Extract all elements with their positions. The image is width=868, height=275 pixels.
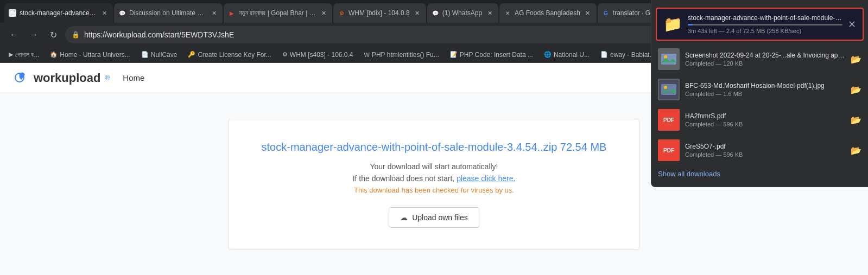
page-area: workupload ® Home stock-manager-advance-… — [0, 63, 868, 275]
cloud-upload-icon: ☁ — [400, 213, 408, 222]
tab-workupload-close[interactable]: ✕ — [100, 9, 109, 17]
bookmark-eway[interactable]: 📄 eway - Babiat... — [596, 50, 660, 60]
dl-ha2-name: HA2fnmrS.pdf — [685, 112, 845, 120]
logo-area: workupload ® — [13, 68, 110, 88]
dl-ha2-info: HA2fnmrS.pdf Completed — 596 KB — [685, 112, 845, 127]
forward-button[interactable]: → — [26, 27, 41, 42]
bookmark-nullcave[interactable]: 📄 NullCave — [137, 50, 182, 60]
tab-discussion-close[interactable]: ✕ — [210, 9, 218, 17]
tab-gopal-label: নতুন রান্নাঘর | Gopal Bhar | D... — [239, 9, 316, 17]
dl-item-screenshot[interactable]: Screenshot 2022-09-24 at 20-25-...ale & … — [651, 63, 868, 74]
tab-discussion-favicon: 💬 — [118, 9, 126, 17]
bookmark-home-uttara[interactable]: 🏠 Home - Uttara Univers... — [46, 50, 134, 60]
dl-item-ha2[interactable]: PDF HA2fnmrS.pdf Completed — 596 KB 📂 — [651, 105, 868, 135]
click-here-link[interactable]: please click here. — [457, 174, 515, 183]
dl-bfc-thumb — [658, 79, 680, 100]
tab-gopal[interactable]: ▶ নতুন রান্নাঘর | Gopal Bhar | D... ✕ — [224, 3, 332, 23]
tab-agfoods[interactable]: ✕ AG Foods Bangladesh ✕ — [499, 3, 597, 23]
svg-rect-3 — [661, 63, 676, 65]
virus-check-text: This download has been checked for virus… — [262, 186, 607, 194]
dl-gres-thumb: PDF — [658, 139, 680, 161]
dl-item-bfc[interactable]: BFC-653-Md.Mosharif Hosaion-Model-pdf(1)… — [651, 74, 868, 105]
tab-whm-label: WHM [bdix] - 104.0.8 — [349, 9, 410, 17]
bookmark-home-label: Home - Uttara Univers... — [60, 51, 130, 59]
bookmark-license-icon: 🔑 — [188, 51, 195, 58]
tab-agfoods-label: AG Foods Bangladesh — [515, 9, 580, 17]
download-card: stock-manager-advance-with-point-of-sale… — [229, 119, 640, 250]
tab-whatsapp-favicon: 💬 — [432, 9, 439, 17]
dl-screenshot-status: Completed — 120 KB — [685, 63, 845, 67]
bookmark-nullcave-icon: 📄 — [141, 51, 149, 58]
dl-item-gres[interactable]: PDF GreS5O7-.pdf Completed — 596 KB 📂 — [651, 135, 868, 165]
downloads-panel: 📁 stock-manager-advance-with-point-of-sa… — [651, 63, 868, 187]
show-all-downloads-link[interactable]: Show all downloads — [651, 165, 868, 182]
download-title: stock-manager-advance-with-point-of-sale… — [262, 141, 607, 154]
tab-workupload-favicon: 📄 — [9, 9, 16, 17]
nav-home[interactable]: Home — [123, 73, 144, 82]
dl-bfc-name: BFC-653-Md.Mosharif Hosaion-Model-pdf(1)… — [685, 82, 845, 89]
dl-bfc-info: BFC-653-Md.Mosharif Hosaion-Model-pdf(1)… — [685, 82, 845, 97]
dl-screenshot-info: Screenshot 2022-09-24 at 20-25-...ale & … — [685, 63, 845, 67]
logo-rocket-icon — [13, 68, 29, 88]
bookmark-home-icon: 🏠 — [50, 51, 58, 58]
tab-whatsapp-close[interactable]: ✕ — [485, 9, 494, 17]
tab-gopal-favicon: ▶ — [228, 9, 236, 17]
dl-gres-folder-btn[interactable]: 📂 — [851, 145, 861, 156]
dl-bfc-folder-btn[interactable]: 📂 — [851, 85, 861, 95]
dl-ha2-folder-btn[interactable]: 📂 — [851, 115, 861, 125]
dl-ha2-thumb: PDF — [658, 109, 680, 131]
bookmark-php-html-label: PHP htmlentities() Fu... — [372, 51, 439, 59]
bookmark-php-code-label: PHP Code: Insert Data ... — [460, 51, 533, 59]
tab-agfoods-favicon: ✕ — [504, 9, 511, 17]
tab-translator-favicon: G — [602, 9, 610, 17]
bookmark-php-code-icon: 📝 — [450, 51, 458, 58]
dl-gres-name: GreS5O7-.pdf — [685, 143, 845, 150]
dl-gres-info: GreS5O7-.pdf Completed — 596 KB — [685, 143, 845, 158]
bookmark-gopal-icon: ▶ — [9, 51, 13, 58]
tab-whatsapp[interactable]: 💬 (1) WhatsApp ✕ — [427, 3, 498, 23]
logo-sup: ® — [105, 74, 110, 82]
bookmark-national-label: National U... — [554, 51, 590, 59]
lock-icon: 🔒 — [72, 31, 80, 39]
tab-gopal-close[interactable]: ✕ — [319, 9, 328, 17]
logo-text: workupload — [34, 71, 100, 85]
bookmark-eway-icon: 📄 — [600, 51, 608, 58]
no-start-wrap: If the download does not start, please c… — [262, 174, 607, 183]
bookmark-gopal-label: গোপাল ব... — [15, 51, 39, 59]
bookmark-gopal[interactable]: ▶ গোপাল ব... — [4, 50, 43, 60]
tab-whm[interactable]: ⚙ WHM [bdix] - 104.0.8 ✕ — [333, 3, 426, 23]
dl-ha2-status: Completed — 596 KB — [685, 121, 845, 127]
bookmark-php-html-icon: W — [364, 52, 370, 58]
bookmark-whm-label: WHM [s403] - 106.0.4 — [290, 51, 353, 59]
svg-point-7 — [664, 86, 667, 89]
tab-agfoods-close[interactable]: ✕ — [584, 9, 592, 17]
bookmark-whm[interactable]: ⚙ WHM [s403] - 106.0.4 — [278, 50, 358, 60]
bookmark-nullcave-label: NullCave — [151, 51, 178, 59]
tab-workupload-label: stock-manager-advance-with — [20, 9, 97, 17]
auto-start-text: Your download will start automatically! — [262, 162, 607, 171]
tab-discussion-label: Discussion on Ultimate POS — [129, 9, 206, 17]
upload-btn-label: Upload own files — [412, 213, 468, 222]
back-button[interactable]: ← — [7, 27, 22, 42]
bookmark-eway-label: eway - Babiat... — [610, 51, 655, 59]
no-start-text: If the download does not start, — [353, 174, 455, 183]
dl-screenshot-thumb — [658, 63, 680, 70]
dl-screenshot-folder-btn[interactable]: 📂 — [851, 63, 861, 65]
tab-whatsapp-label: (1) WhatsApp — [442, 9, 482, 17]
tab-whm-close[interactable]: ✕ — [413, 9, 422, 17]
tab-workupload[interactable]: 📄 stock-manager-advance-with ✕ — [4, 3, 113, 23]
dl-bfc-status: Completed — 1.6 MB — [685, 91, 845, 97]
dl-gres-status: Completed — 596 KB — [685, 151, 845, 158]
bookmark-create-license[interactable]: 🔑 Create License Key For... — [183, 50, 275, 60]
bookmark-national[interactable]: 🌐 National U... — [540, 50, 594, 60]
tab-discussion[interactable]: 💬 Discussion on Ultimate POS ✕ — [114, 3, 223, 23]
bookmark-php-code[interactable]: 📝 PHP Code: Insert Data ... — [446, 50, 537, 60]
tab-whm-favicon: ⚙ — [338, 9, 345, 17]
bookmark-license-label: Create License Key For... — [198, 51, 271, 59]
bookmark-php-html[interactable]: W PHP htmlentities() Fu... — [360, 50, 443, 60]
bookmark-whm-icon: ⚙ — [282, 51, 288, 58]
svg-point-1 — [17, 77, 20, 79]
bookmark-national-icon: 🌐 — [544, 51, 552, 58]
refresh-button[interactable]: ↻ — [46, 27, 61, 42]
upload-own-files-button[interactable]: ☁ Upload own files — [389, 207, 479, 228]
